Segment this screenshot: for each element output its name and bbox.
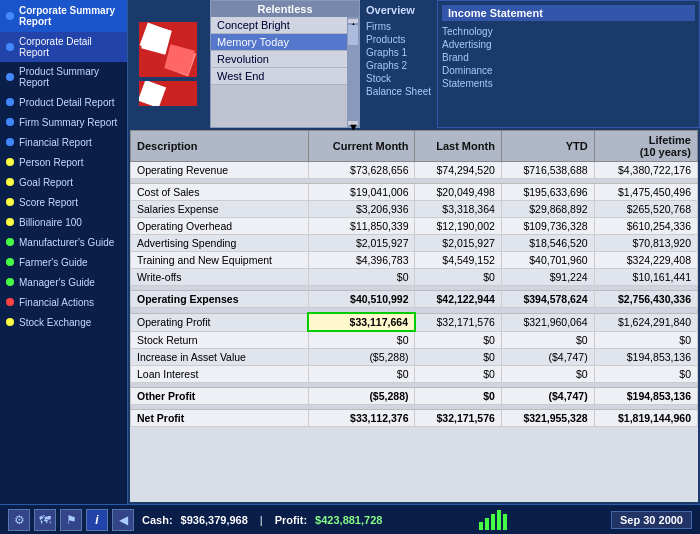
cell-lifetime: $0 — [594, 331, 697, 349]
cell-current: ($5,288) — [308, 349, 415, 366]
company-logo — [139, 22, 197, 77]
product-item-west-end[interactable]: West End — [211, 68, 347, 85]
table-row: Other Profit($5,288)$0($4,747)$194,853,1… — [131, 388, 698, 405]
cell-ytd: $394,578,624 — [501, 291, 594, 308]
dot-icon — [6, 138, 14, 146]
cell-last: $20,049,498 — [415, 184, 501, 201]
back-icon[interactable]: ◀ — [112, 509, 134, 531]
sidebar-label: Manager's Guide — [19, 277, 95, 288]
settings-icon[interactable]: ⚙ — [8, 509, 30, 531]
cell-current: $0 — [308, 366, 415, 383]
status-bars — [479, 510, 507, 530]
nav-statements[interactable]: Statements — [442, 77, 695, 90]
map-icon[interactable]: 🗺 — [34, 509, 56, 531]
cell-lifetime: $1,819,144,960 — [594, 410, 697, 427]
cell-lifetime: $70,813,920 — [594, 235, 697, 252]
cell-ytd: $716,538,688 — [501, 162, 594, 179]
cell-ytd: $321,960,064 — [501, 313, 594, 331]
sidebar-item-firm-summary[interactable]: Firm Summary Report — [0, 112, 127, 132]
cell-last: $32,171,576 — [415, 313, 501, 331]
sidebar-item-person[interactable]: Person Report — [0, 152, 127, 172]
cell-description: Net Profit — [131, 410, 309, 427]
sidebar-item-manufacturer[interactable]: Manufacturer's Guide — [0, 232, 127, 252]
cell-lifetime: $324,229,408 — [594, 252, 697, 269]
cell-last: $12,190,002 — [415, 218, 501, 235]
product-item-memory-today[interactable]: Memory Today — [211, 34, 347, 51]
dot-icon — [6, 318, 14, 326]
sidebar-item-score[interactable]: Score Report — [0, 192, 127, 212]
cell-description: Operating Overhead — [131, 218, 309, 235]
status-cash-label: Cash: — [142, 514, 173, 526]
sidebar-item-corporate-summary[interactable]: Corporate Summary Report — [0, 0, 127, 32]
cell-current: $19,041,006 — [308, 184, 415, 201]
cell-description: Cost of Sales — [131, 184, 309, 201]
table-row: Write-offs$0$0$91,224$10,161,441 — [131, 269, 698, 286]
status-date: Sep 30 2000 — [611, 511, 692, 529]
flag-icon[interactable]: ⚑ — [60, 509, 82, 531]
cell-lifetime: $194,853,136 — [594, 388, 697, 405]
dot-icon — [6, 178, 14, 186]
nav-advertising[interactable]: Advertising — [442, 38, 695, 51]
cell-lifetime: $0 — [594, 366, 697, 383]
dot-icon — [6, 43, 14, 51]
nav-graphs1[interactable]: Graphs 1 — [366, 46, 431, 59]
sidebar-item-stock-exchange[interactable]: Stock Exchange — [0, 312, 127, 332]
cell-current: $73,628,656 — [308, 162, 415, 179]
sidebar-item-product-detail[interactable]: Product Detail Report — [0, 92, 127, 112]
cell-last: $0 — [415, 331, 501, 349]
products-list: Concept Bright Memory Today Revolution W… — [211, 17, 347, 127]
bar1 — [479, 522, 483, 530]
cell-description: Operating Revenue — [131, 162, 309, 179]
sidebar-label: Product Summary Report — [19, 66, 121, 88]
products-panel: Relentless Concept Bright Memory Today R… — [210, 0, 360, 128]
nav-brand[interactable]: Brand — [442, 51, 695, 64]
cell-current: $11,850,339 — [308, 218, 415, 235]
cell-current: $4,396,783 — [308, 252, 415, 269]
nav-technology[interactable]: Technology — [442, 25, 695, 38]
sidebar-item-corporate-detail[interactable]: Corporate Detail Report — [0, 32, 127, 62]
sidebar-item-product-summary[interactable]: Product Summary Report — [0, 62, 127, 92]
sidebar-item-financial[interactable]: Financial Report — [0, 132, 127, 152]
product-item-revolution[interactable]: Revolution — [211, 51, 347, 68]
overview-nav: Overview Firms Products Graphs 1 Graphs … — [362, 0, 435, 128]
report-table: Description Current Month Last Month YTD… — [130, 130, 698, 427]
cell-ytd: ($4,747) — [501, 388, 594, 405]
sidebar-label: Corporate Summary Report — [19, 5, 121, 27]
sidebar-label: Score Report — [19, 197, 78, 208]
dot-icon — [6, 218, 14, 226]
nav-products[interactable]: Products — [366, 33, 431, 46]
product-item-concept-bright[interactable]: Concept Bright — [211, 17, 347, 34]
sidebar: Corporate Summary Report Corporate Detai… — [0, 0, 128, 504]
cell-description: Operating Profit — [131, 313, 309, 331]
dot-icon — [6, 298, 14, 306]
cell-current: $3,206,936 — [308, 201, 415, 218]
nav-dominance[interactable]: Dominance — [442, 64, 695, 77]
cell-last: $0 — [415, 269, 501, 286]
dot-icon — [6, 278, 14, 286]
table-row: Training and New Equipment$4,396,783$4,5… — [131, 252, 698, 269]
cell-description: Loan Interest — [131, 366, 309, 383]
nav-stock[interactable]: Stock — [366, 72, 431, 85]
products-scrollbar[interactable]: ▲ ▼ — [347, 17, 359, 127]
status-profit-value: $423,881,728 — [315, 514, 382, 526]
cell-description: Other Profit — [131, 388, 309, 405]
sidebar-item-billionaire[interactable]: Billionaire 100 — [0, 212, 127, 232]
cell-ytd: $18,546,520 — [501, 235, 594, 252]
sidebar-label: Farmer's Guide — [19, 257, 88, 268]
header-container: Relentless Concept Bright Memory Today R… — [128, 0, 700, 128]
info-icon[interactable]: i — [86, 509, 108, 531]
cell-current: $33,112,376 — [308, 410, 415, 427]
table-row: Stock Return$0$0$0$0 — [131, 331, 698, 349]
sidebar-item-financial-actions[interactable]: Financial Actions — [0, 292, 127, 312]
cell-ytd: ($4,747) — [501, 349, 594, 366]
sidebar-item-manager[interactable]: Manager's Guide — [0, 272, 127, 292]
cell-ytd: $321,955,328 — [501, 410, 594, 427]
dot-icon — [6, 118, 14, 126]
sidebar-item-goal[interactable]: Goal Report — [0, 172, 127, 192]
nav-balance-sheet[interactable]: Balance Sheet — [366, 85, 431, 98]
sidebar-item-farmer[interactable]: Farmer's Guide — [0, 252, 127, 272]
col-description: Description — [131, 131, 309, 162]
nav-firms[interactable]: Firms — [366, 20, 431, 33]
nav-graphs2[interactable]: Graphs 2 — [366, 59, 431, 72]
cell-lifetime: $10,161,441 — [594, 269, 697, 286]
